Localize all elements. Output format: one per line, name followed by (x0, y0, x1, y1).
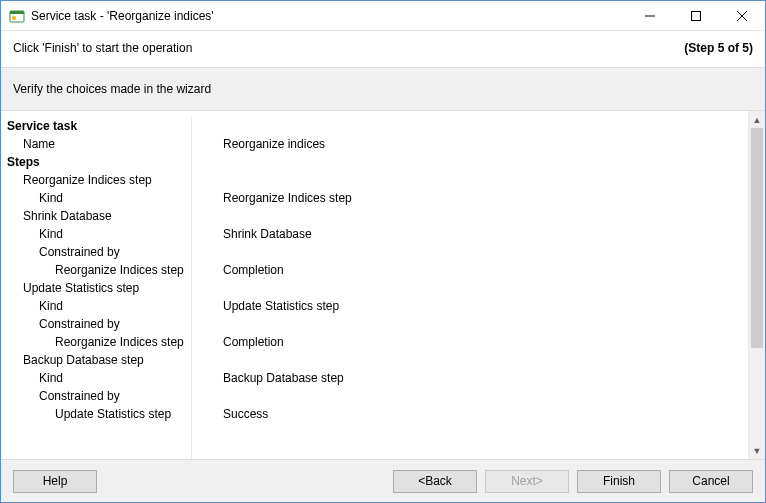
step3-kind-value: Update Statistics step (195, 297, 748, 315)
step2-kind-label: Kind (5, 225, 195, 243)
scroll-thumb[interactable] (751, 128, 763, 348)
step-indicator: (Step 5 of 5) (684, 41, 753, 55)
svg-rect-4 (692, 11, 701, 20)
svg-rect-1 (10, 11, 24, 14)
label-name: Name (5, 135, 195, 153)
step2-kind-value: Shrink Database (195, 225, 748, 243)
step4-constrained-label: Constrained by (5, 387, 195, 405)
step2-title: Shrink Database (5, 207, 195, 225)
heading-steps: Steps (5, 153, 195, 171)
value-name: Reorganize indices (195, 135, 748, 153)
window-title: Service task - 'Reorganize indices' (31, 9, 627, 23)
next-button: Next> (485, 470, 569, 493)
step4-constrained-step: Update Statistics step (5, 405, 195, 423)
step1-kind-label: Kind (5, 189, 195, 207)
step2-constrained-value: Completion (195, 261, 748, 279)
finish-button[interactable]: Finish (577, 470, 661, 493)
banner-text: Verify the choices made in the wizard (13, 82, 211, 96)
content-wrap: Service task NameReorganize indices Step… (1, 111, 765, 460)
column-divider (191, 117, 192, 459)
step3-title: Update Statistics step (5, 279, 195, 297)
scroll-up-icon[interactable]: ▲ (749, 111, 765, 128)
step4-constrained-value: Success (195, 405, 748, 423)
app-icon (9, 8, 25, 24)
help-button[interactable]: Help (13, 470, 97, 493)
step4-kind-label: Kind (5, 369, 195, 387)
close-button[interactable] (719, 1, 765, 30)
step3-constrained-value: Completion (195, 333, 748, 351)
vertical-scrollbar[interactable]: ▲ ▼ (748, 111, 765, 459)
svg-point-2 (12, 16, 16, 20)
step3-kind-label: Kind (5, 297, 195, 315)
step1-kind-value: Reorganize Indices step (195, 189, 748, 207)
maximize-button[interactable] (673, 1, 719, 30)
window-controls (627, 1, 765, 30)
minimize-button[interactable] (627, 1, 673, 30)
step4-kind-value: Backup Database step (195, 369, 748, 387)
step1-title: Reorganize Indices step (5, 171, 195, 189)
summary-content: Service task NameReorganize indices Step… (1, 111, 748, 459)
step2-constrained-step: Reorganize Indices step (5, 261, 195, 279)
banner: Verify the choices made in the wizard (1, 67, 765, 111)
back-button[interactable]: <Back (393, 470, 477, 493)
step3-constrained-label: Constrained by (5, 315, 195, 333)
scroll-down-icon[interactable]: ▼ (749, 442, 765, 459)
step2-constrained-label: Constrained by (5, 243, 195, 261)
step4-title: Backup Database step (5, 351, 195, 369)
dialog-window: Service task - 'Reorganize indices' Clic… (0, 0, 766, 503)
heading-service-task: Service task (5, 117, 195, 135)
header-row: Click 'Finish' to start the operation (S… (1, 31, 765, 67)
instruction-text: Click 'Finish' to start the operation (13, 41, 684, 55)
titlebar: Service task - 'Reorganize indices' (1, 1, 765, 31)
cancel-button[interactable]: Cancel (669, 470, 753, 493)
footer: Help <Back Next> Finish Cancel (1, 460, 765, 502)
step3-constrained-step: Reorganize Indices step (5, 333, 195, 351)
